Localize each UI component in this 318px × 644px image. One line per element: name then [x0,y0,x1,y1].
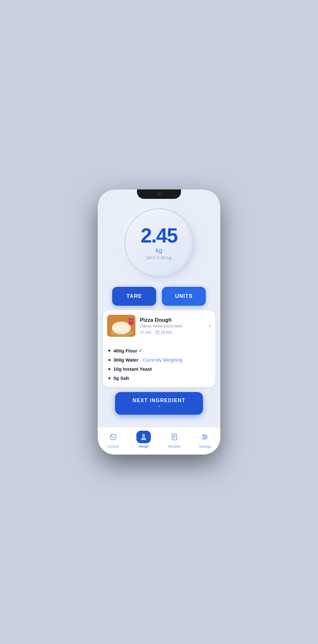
units-button[interactable]: UNITS [162,287,206,306]
phone-screen: 2.45 kg MAX 5.00 kg TARE UNITS [98,189,220,455]
ingredient-yeast: 10g Instant Yeast [113,366,152,372]
recipe-info: Pizza Dough Classic Italian pizza base m… [140,317,205,335]
next-ingredient-section: NEXT INGREDIENT → [98,387,220,418]
bullet-icon [108,377,110,379]
bullet-icon [108,368,110,370]
bullet-icon [108,359,110,361]
weight-value: 2.45 [141,226,178,246]
settings-icon [201,434,208,440]
svg-point-4 [116,330,121,331]
recipes-icon-wrap [167,431,182,443]
notch [137,189,181,199]
bullet-icon [108,350,110,352]
nav-item-weigh[interactable]: Weigh [134,431,153,448]
ingredients-list: 400g Flour ✓ 300g Water - Currently Weig… [103,341,215,387]
ingredient-flour: 400g Flour [113,348,137,353]
ingredient-water: 300g Water [113,357,138,363]
phone-frame: 2.45 kg MAX 5.00 kg TARE UNITS [98,189,220,455]
camera [157,192,161,196]
nav-item-settings[interactable]: Settings [195,431,214,448]
ingredient-item: 400g Flour ✓ [108,346,210,355]
recipes-icon [171,434,178,440]
weigh-icon-wrap [136,431,151,443]
tare-button[interactable]: TARE [112,287,156,306]
recipe-meta: mix 10 min [140,330,205,335]
svg-point-20 [203,435,204,436]
chevron-right-icon: › [209,323,211,329]
recipe-name: Pizza Dough [140,317,205,323]
bottom-navigation: Control Weigh [98,427,220,455]
method-label: mix [145,330,151,335]
clock-icon [155,330,160,335]
recipe-header[interactable]: Pizza Dough Classic Italian pizza base m… [103,310,215,341]
next-ingredient-button[interactable]: NEXT INGREDIENT → [115,392,203,415]
current-status: - Currently Weighing [140,357,182,363]
recipe-description: Classic Italian pizza base [140,324,205,328]
scale-section: 2.45 kg MAX 5.00 kg [98,202,220,281]
control-icon-wrap [106,431,120,443]
main-content: 2.45 kg MAX 5.00 kg TARE UNITS [98,189,220,427]
svg-rect-7 [129,317,133,319]
time-label: 10 min [161,330,172,335]
nav-item-recipes[interactable]: Recipes [165,431,184,448]
recipe-image [107,315,135,337]
svg-point-22 [204,438,205,439]
control-label: Control [107,445,118,448]
recipe-time: 10 min [155,330,172,335]
mix-icon [140,330,144,335]
weight-max: MAX 5.00 kg [146,255,172,260]
control-icon [110,434,117,440]
ingredient-item: 300g Water - Currently Weighing [108,355,210,364]
recipes-label: Recipes [168,445,181,448]
svg-point-21 [206,436,207,438]
settings-icon-wrap [198,431,212,443]
svg-rect-8 [129,320,133,321]
ingredient-item: 5g Salt [108,374,210,383]
settings-label: Settings [199,445,211,448]
recipe-method: mix [140,330,151,335]
ingredient-salt: 5g Salt [113,375,129,381]
weigh-icon [140,434,147,440]
svg-point-5 [123,330,126,332]
ingredient-item: 10g Instant Yeast [108,364,210,374]
check-icon: ✓ [139,348,143,353]
svg-rect-6 [129,318,134,325]
weight-unit: kg [156,247,162,254]
svg-point-3 [112,322,130,332]
control-buttons: TARE UNITS [98,281,220,310]
nav-item-control[interactable]: Control [104,431,123,448]
weigh-label: Weigh [139,445,149,448]
recipe-card: Pizza Dough Classic Italian pizza base m… [103,310,215,387]
recipe-illustration [107,315,135,337]
scale-display: 2.45 kg MAX 5.00 kg [124,208,194,277]
